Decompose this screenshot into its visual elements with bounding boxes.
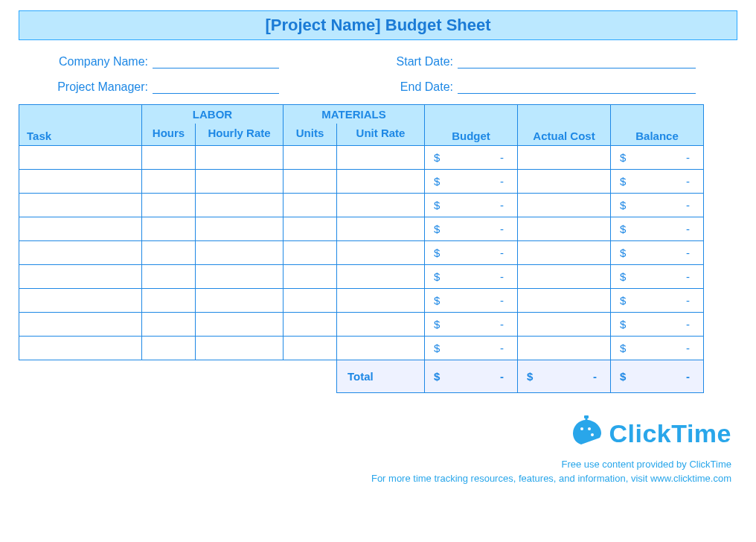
cell-unit-rate[interactable] bbox=[337, 265, 425, 289]
total-balance: $- bbox=[611, 360, 704, 393]
table-row: $-$- bbox=[19, 146, 704, 170]
cell-hourly-rate[interactable] bbox=[196, 265, 284, 289]
cell-actual-cost[interactable] bbox=[518, 146, 611, 170]
cell-budget: $- bbox=[425, 289, 518, 313]
cell-balance: $- bbox=[611, 146, 704, 170]
cell-unit-rate[interactable] bbox=[337, 313, 425, 337]
cell-units[interactable] bbox=[284, 170, 337, 194]
cell-hours[interactable] bbox=[142, 313, 196, 337]
cell-balance: $- bbox=[611, 217, 704, 241]
cell-task[interactable] bbox=[19, 289, 142, 313]
cell-unit-rate[interactable] bbox=[337, 194, 425, 217]
cell-hourly-rate[interactable] bbox=[196, 217, 284, 241]
cell-unit-rate[interactable] bbox=[337, 170, 425, 194]
table-row: $-$- bbox=[19, 194, 704, 217]
cell-hours[interactable] bbox=[142, 146, 196, 170]
cell-task[interactable] bbox=[19, 146, 142, 170]
end-date-input-line[interactable] bbox=[458, 79, 696, 94]
cell-units[interactable] bbox=[284, 241, 337, 265]
svg-point-4 bbox=[591, 433, 594, 436]
cell-budget: $- bbox=[425, 241, 518, 265]
cell-hourly-rate[interactable] bbox=[196, 194, 284, 217]
cell-actual-cost[interactable] bbox=[518, 313, 611, 337]
brand-name: ClickTime bbox=[609, 419, 731, 448]
page-title: [Project Name] Budget Sheet bbox=[19, 10, 737, 40]
cell-balance: $- bbox=[611, 289, 704, 313]
cell-hourly-rate[interactable] bbox=[196, 313, 284, 337]
svg-point-3 bbox=[588, 427, 591, 430]
header-balance: Balance bbox=[611, 105, 704, 146]
cell-budget: $- bbox=[425, 170, 518, 194]
cell-unit-rate[interactable] bbox=[337, 217, 425, 241]
cell-hours[interactable] bbox=[142, 217, 196, 241]
table-row: $-$- bbox=[19, 289, 704, 313]
cell-actual-cost[interactable] bbox=[518, 241, 611, 265]
cell-actual-cost[interactable] bbox=[518, 265, 611, 289]
cell-hourly-rate[interactable] bbox=[196, 170, 284, 194]
total-budget: $- bbox=[425, 360, 518, 393]
cell-balance: $- bbox=[611, 194, 704, 217]
cell-budget: $- bbox=[425, 194, 518, 217]
cell-unit-rate[interactable] bbox=[337, 146, 425, 170]
total-actual: $- bbox=[518, 360, 611, 393]
header-labor-group: LABOR bbox=[142, 105, 284, 124]
footer-line-2: For more time tracking resources, featur… bbox=[11, 473, 731, 484]
cell-unit-rate[interactable] bbox=[337, 241, 425, 265]
cell-hours[interactable] bbox=[142, 289, 196, 313]
cell-units[interactable] bbox=[284, 313, 337, 337]
cell-hours[interactable] bbox=[142, 265, 196, 289]
cell-budget: $- bbox=[425, 313, 518, 337]
cell-units[interactable] bbox=[284, 337, 337, 360]
cell-balance: $- bbox=[611, 170, 704, 194]
cell-hourly-rate[interactable] bbox=[196, 146, 284, 170]
cell-balance: $- bbox=[611, 313, 704, 337]
cell-unit-rate[interactable] bbox=[337, 337, 425, 360]
cell-hourly-rate[interactable] bbox=[196, 241, 284, 265]
footer: ClickTime Free use content provided by C… bbox=[11, 415, 731, 484]
cell-hours[interactable] bbox=[142, 194, 196, 217]
header-units: Units bbox=[284, 124, 337, 146]
cell-hours[interactable] bbox=[142, 170, 196, 194]
header-budget: Budget bbox=[425, 105, 518, 146]
cell-actual-cost[interactable] bbox=[518, 289, 611, 313]
cell-unit-rate[interactable] bbox=[337, 289, 425, 313]
company-name-input-line[interactable] bbox=[153, 54, 279, 68]
table-row: $-$- bbox=[19, 170, 704, 194]
end-date-label: End Date: bbox=[368, 80, 458, 94]
cell-actual-cost[interactable] bbox=[518, 170, 611, 194]
cell-actual-cost[interactable] bbox=[518, 337, 611, 360]
cell-units[interactable] bbox=[284, 146, 337, 170]
cell-task[interactable] bbox=[19, 194, 142, 217]
cell-task[interactable] bbox=[19, 170, 142, 194]
header-task: Task bbox=[19, 105, 142, 146]
project-manager-label: Project Manager: bbox=[33, 80, 153, 94]
svg-point-2 bbox=[580, 427, 583, 430]
cell-units[interactable] bbox=[284, 265, 337, 289]
cell-task[interactable] bbox=[19, 217, 142, 241]
cell-units[interactable] bbox=[284, 289, 337, 313]
table-row: $-$- bbox=[19, 337, 704, 360]
total-label: Total bbox=[337, 360, 425, 393]
cell-units[interactable] bbox=[284, 194, 337, 217]
cell-task[interactable] bbox=[19, 241, 142, 265]
cell-budget: $- bbox=[425, 337, 518, 360]
cell-hours[interactable] bbox=[142, 337, 196, 360]
project-manager-input-line[interactable] bbox=[153, 79, 279, 94]
cell-hourly-rate[interactable] bbox=[196, 289, 284, 313]
cell-balance: $- bbox=[611, 265, 704, 289]
table-row: $-$- bbox=[19, 217, 704, 241]
company-name-label: Company Name: bbox=[33, 55, 153, 68]
budget-table: Task LABOR MATERIALS Budget Actual Cost … bbox=[19, 104, 704, 393]
cell-task[interactable] bbox=[19, 265, 142, 289]
start-date-input-line[interactable] bbox=[458, 54, 696, 68]
cell-actual-cost[interactable] bbox=[518, 194, 611, 217]
cell-hourly-rate[interactable] bbox=[196, 337, 284, 360]
cell-hours[interactable] bbox=[142, 241, 196, 265]
brand-logo: ClickTime bbox=[570, 415, 731, 451]
cell-task[interactable] bbox=[19, 313, 142, 337]
cell-units[interactable] bbox=[284, 217, 337, 241]
cell-actual-cost[interactable] bbox=[518, 217, 611, 241]
cell-task[interactable] bbox=[19, 337, 142, 360]
cell-budget: $- bbox=[425, 217, 518, 241]
table-row: $-$- bbox=[19, 313, 704, 337]
